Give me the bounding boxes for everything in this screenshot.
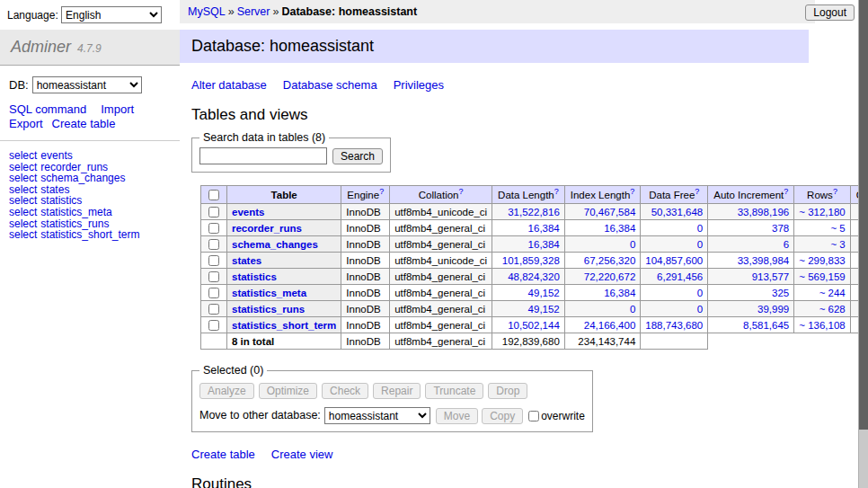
auto-increment-link[interactable]: 33,398,984 <box>738 255 790 266</box>
move-db-select[interactable]: homeassistant <box>324 407 430 424</box>
rows-link[interactable]: ~ 136,108 <box>799 320 845 331</box>
index-length-link[interactable]: 24,166,400 <box>584 320 636 331</box>
select-table-link[interactable]: select <box>9 206 37 218</box>
table-name-link[interactable]: statistics_runs <box>232 304 305 315</box>
overwrite-label[interactable]: overwrite <box>541 410 585 422</box>
table-name-link[interactable]: recorder_runs <box>232 223 302 234</box>
bulk-drop-button[interactable]: Drop <box>488 383 527 399</box>
row-checkbox[interactable] <box>208 207 219 217</box>
copy-button[interactable]: Copy <box>482 408 523 424</box>
data-free-link[interactable]: 104,857,600 <box>645 255 703 266</box>
data-length-link[interactable]: 16,384 <box>528 239 560 250</box>
help-link[interactable]: ? <box>554 187 559 196</box>
breadcrumb-server-link[interactable]: Server <box>237 5 270 18</box>
row-checkbox[interactable] <box>208 239 219 250</box>
auto-increment-link[interactable]: 39,999 <box>757 304 789 315</box>
select-all-checkbox[interactable] <box>208 190 219 200</box>
row-checkbox[interactable] <box>208 304 219 315</box>
auto-increment-link[interactable]: 913,577 <box>752 271 790 282</box>
create-table-link[interactable]: Create table <box>191 448 255 461</box>
language-select[interactable]: English <box>61 6 162 23</box>
index-length-link[interactable]: 0 <box>630 239 635 250</box>
row-checkbox[interactable] <box>208 271 219 282</box>
overwrite-checkbox[interactable] <box>528 411 539 421</box>
row-checkbox[interactable] <box>208 320 219 331</box>
index-length-link[interactable]: 0 <box>630 304 635 315</box>
auto-increment-link[interactable]: 378 <box>772 223 789 234</box>
bulk-analyze-button[interactable]: Analyze <box>199 383 254 399</box>
table-name-link[interactable]: events <box>232 207 264 217</box>
alter-database-link[interactable]: Alter database <box>191 78 267 92</box>
sidebar-table-name-link[interactable]: events <box>40 149 72 162</box>
scrollbar-thumb[interactable] <box>859 0 868 430</box>
auto-increment-link[interactable]: 8,581,645 <box>743 320 789 331</box>
help-link[interactable]: ? <box>695 187 699 196</box>
create-view-link[interactable]: Create view <box>271 448 333 461</box>
table-name-link[interactable]: schema_changes <box>232 239 318 250</box>
data-free-link[interactable]: 188,743,680 <box>645 320 703 331</box>
adminer-logo-link[interactable]: Adminer <box>11 38 71 56</box>
search-button[interactable]: Search <box>332 148 383 164</box>
row-checkbox[interactable] <box>208 255 219 266</box>
help-link[interactable]: ? <box>833 187 837 196</box>
index-length-link[interactable]: 67,256,320 <box>584 255 636 266</box>
index-length-link[interactable]: 72,220,672 <box>584 271 636 282</box>
auto-increment-link[interactable]: 6 <box>784 239 789 250</box>
rows-link[interactable]: ~ 628 <box>819 304 846 315</box>
rows-link[interactable]: ~ 299,833 <box>799 255 845 266</box>
data-free-link[interactable]: 0 <box>697 288 703 298</box>
sidebar-table-name-link[interactable]: statistics_short_term <box>40 228 139 241</box>
row-checkbox[interactable] <box>208 288 219 298</box>
row-checkbox[interactable] <box>208 223 219 234</box>
auto-increment-link[interactable]: 33,898,196 <box>738 207 790 217</box>
privileges-link[interactable]: Privileges <box>394 78 444 92</box>
data-length-link[interactable]: 10,502,144 <box>508 320 560 331</box>
database-schema-link[interactable]: Database schema <box>283 78 377 92</box>
table-name-link[interactable]: states <box>232 255 261 266</box>
data-free-link[interactable]: 0 <box>697 223 703 234</box>
data-free-link[interactable]: 6,291,456 <box>657 271 703 282</box>
table-name-link[interactable]: statistics <box>232 271 277 282</box>
export-link[interactable]: Export <box>9 117 43 130</box>
table-name-link[interactable]: statistics_short_term <box>232 320 336 331</box>
rows-link[interactable]: ~ 3 <box>830 239 845 250</box>
data-length-link[interactable]: 48,824,320 <box>508 271 560 282</box>
create-table-sidebar-link[interactable]: Create table <box>52 117 116 130</box>
import-link[interactable]: Import <box>101 102 134 116</box>
index-length-link[interactable]: 16,384 <box>604 223 635 234</box>
move-button[interactable]: Move <box>436 408 478 424</box>
bulk-check-button[interactable]: Check <box>322 383 368 399</box>
sql-command-link[interactable]: SQL command <box>9 102 86 116</box>
bulk-truncate-button[interactable]: Truncate <box>425 383 483 399</box>
vertical-scrollbar[interactable] <box>858 0 868 488</box>
rows-link[interactable]: ~ 312,180 <box>799 207 845 217</box>
select-table-link[interactable]: select <box>9 149 37 162</box>
sidebar-table-name-link[interactable]: statistics_meta <box>40 206 111 218</box>
breadcrumb-mysql-link[interactable]: MySQL <box>188 5 226 18</box>
data-length-link[interactable]: 101,859,328 <box>502 255 560 266</box>
rows-link[interactable]: ~ 569,159 <box>799 271 845 282</box>
rows-link[interactable]: ~ 5 <box>830 223 845 234</box>
bulk-repair-button[interactable]: Repair <box>373 383 421 399</box>
data-length-link[interactable]: 16,384 <box>528 223 560 234</box>
table-name-link[interactable]: statistics_meta <box>232 288 306 298</box>
data-free-link[interactable]: 50,331,648 <box>651 207 704 217</box>
data-length-link[interactable]: 31,522,816 <box>508 207 560 217</box>
rows-link[interactable]: ~ 244 <box>819 288 846 298</box>
bulk-optimize-button[interactable]: Optimize <box>259 383 317 399</box>
index-length-link[interactable]: 70,467,584 <box>584 207 636 217</box>
data-free-link[interactable]: 0 <box>697 239 703 250</box>
select-table-link[interactable]: select <box>9 228 37 241</box>
auto-increment-link[interactable]: 325 <box>772 288 789 298</box>
data-length-link[interactable]: 49,152 <box>528 304 560 315</box>
help-link[interactable]: ? <box>630 187 634 196</box>
data-free-link[interactable]: 0 <box>697 304 703 315</box>
help-link[interactable]: ? <box>379 187 384 196</box>
help-link[interactable]: ? <box>458 187 463 196</box>
logout-button[interactable]: Logout <box>805 4 855 21</box>
data-length-link[interactable]: 49,152 <box>528 288 560 298</box>
db-select[interactable]: homeassistant <box>32 76 142 93</box>
search-input[interactable] <box>199 147 327 164</box>
index-length-link[interactable]: 16,384 <box>604 288 635 298</box>
help-link[interactable]: ? <box>784 187 788 196</box>
